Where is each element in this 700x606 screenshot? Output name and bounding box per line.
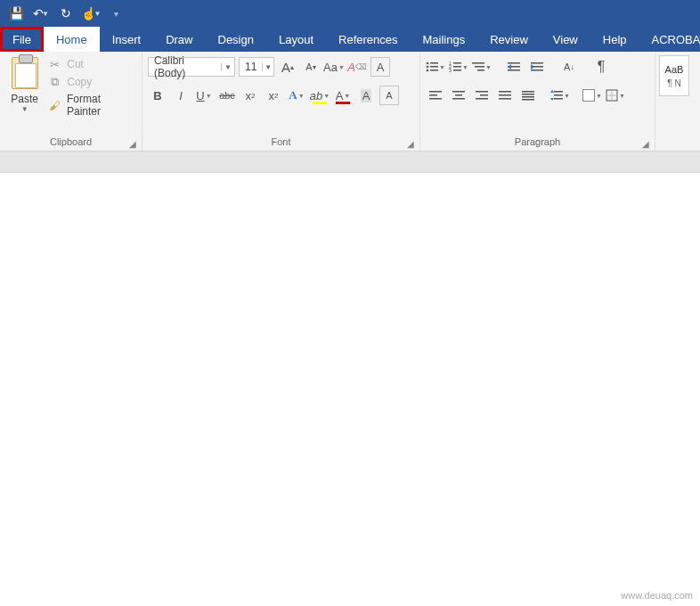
tab-view[interactable]: View: [541, 27, 590, 52]
font-color-button[interactable]: A▼: [333, 86, 353, 105]
clipboard-dialog-launcher[interactable]: ◢: [127, 138, 138, 149]
copy-button[interactable]: ⧉Copy: [47, 75, 136, 89]
decrease-indent-button[interactable]: [504, 57, 524, 77]
document-page[interactable]: [0, 173, 700, 606]
character-border-button[interactable]: A: [370, 57, 390, 77]
font-dialog-launcher[interactable]: ◢: [405, 138, 416, 149]
character-shading-button[interactable]: A: [356, 86, 376, 105]
align-right-button[interactable]: [472, 86, 492, 105]
line-spacing-button[interactable]: ▼: [550, 86, 570, 105]
bullets-button[interactable]: ▼: [426, 57, 445, 77]
style-name-text: ¶ N: [667, 78, 680, 88]
italic-button[interactable]: I: [171, 86, 191, 105]
shading-button[interactable]: ▼: [582, 86, 602, 105]
underline-button[interactable]: U▼: [194, 86, 214, 105]
highlight-button[interactable]: ab▼: [310, 86, 330, 105]
svg-rect-14: [477, 70, 484, 71]
font-size-combo[interactable]: 11▼: [239, 57, 274, 77]
svg-rect-35: [522, 91, 534, 93]
change-case-button[interactable]: Aa▼: [324, 57, 344, 77]
svg-point-2: [427, 66, 429, 69]
shrink-font-button[interactable]: A▾: [301, 57, 321, 77]
tab-home[interactable]: Home: [44, 27, 100, 52]
borders-button[interactable]: ▼: [606, 86, 625, 105]
copy-icon: ⧉: [47, 75, 61, 89]
svg-rect-19: [531, 62, 543, 64]
svg-rect-31: [476, 98, 488, 100]
touch-mode-button[interactable]: ☝▼: [80, 3, 102, 24]
svg-marker-42: [550, 90, 554, 93]
style-normal[interactable]: AaB ¶ N: [659, 55, 689, 96]
tab-draw[interactable]: Draw: [153, 27, 205, 52]
format-painter-button[interactable]: 🖌Format Painter: [47, 93, 136, 118]
svg-rect-39: [554, 91, 563, 93]
tab-acrobat[interactable]: ACROBAT: [639, 27, 700, 52]
svg-rect-15: [508, 62, 520, 64]
group-styles: AaB ¶ N: [655, 52, 700, 151]
paste-button[interactable]: Paste ▼: [5, 55, 44, 133]
align-center-button[interactable]: [449, 86, 468, 105]
svg-rect-21: [531, 70, 543, 71]
svg-rect-26: [452, 91, 465, 93]
group-label-paragraph: Paragraph: [515, 136, 560, 147]
svg-rect-3: [430, 66, 438, 68]
svg-rect-12: [472, 62, 484, 64]
svg-point-0: [427, 62, 429, 65]
paragraph-dialog-launcher[interactable]: ◢: [640, 138, 651, 149]
svg-rect-38: [522, 99, 534, 101]
undo-button[interactable]: ↶▼: [30, 3, 52, 24]
svg-rect-30: [480, 94, 488, 96]
paintbrush-icon: 🖌: [47, 98, 61, 112]
justify-button[interactable]: [495, 86, 515, 105]
svg-rect-9: [453, 66, 461, 68]
ribbon: Paste ▼ ✂Cut ⧉Copy 🖌Format Painter Clipb…: [0, 52, 700, 152]
svg-rect-37: [522, 96, 534, 98]
tab-references[interactable]: References: [326, 27, 410, 52]
bold-button[interactable]: B: [148, 86, 167, 105]
paste-icon: [12, 57, 38, 89]
numbering-button[interactable]: 123▼: [449, 57, 468, 77]
align-left-button[interactable]: [426, 86, 445, 105]
tab-design[interactable]: Design: [206, 27, 266, 52]
tab-insert[interactable]: Insert: [100, 27, 154, 52]
watermark-text: www.deuaq.com: [621, 590, 693, 601]
tab-review[interactable]: Review: [477, 27, 541, 52]
font-family-combo[interactable]: Calibri (Body)▼: [148, 57, 235, 77]
style-preview-text: AaB: [665, 64, 684, 75]
svg-rect-27: [455, 94, 462, 96]
show-paragraph-marks-button[interactable]: ¶: [591, 57, 611, 77]
svg-marker-22: [531, 64, 534, 70]
svg-marker-43: [550, 98, 554, 101]
strikethrough-button[interactable]: abc: [217, 86, 237, 105]
svg-text:3: 3: [449, 68, 452, 73]
subscript-button[interactable]: x2: [240, 86, 260, 105]
tab-mailings[interactable]: Mailings: [411, 27, 478, 52]
redo-button[interactable]: ↻: [55, 3, 77, 24]
qat-customize-button[interactable]: ▾: [105, 3, 126, 24]
tab-file[interactable]: File: [0, 27, 44, 52]
group-label-font: Font: [271, 136, 290, 147]
distributed-button[interactable]: [518, 86, 538, 105]
ruler-area: [0, 152, 700, 173]
grow-font-button[interactable]: A▴: [278, 57, 297, 77]
enclose-characters-button[interactable]: A: [379, 86, 399, 105]
multilevel-list-button[interactable]: ▼: [472, 57, 492, 77]
svg-rect-13: [475, 66, 484, 68]
sort-button[interactable]: A↓: [559, 57, 579, 77]
svg-point-4: [427, 70, 429, 72]
group-paragraph: ▼ 123▼ ▼ A↓ ¶: [420, 52, 655, 151]
svg-rect-24: [429, 94, 437, 96]
svg-rect-29: [476, 91, 488, 93]
text-effects-button[interactable]: A▼: [287, 86, 306, 105]
paste-dropdown-icon[interactable]: ▼: [21, 105, 28, 113]
scissors-icon: ✂: [47, 57, 61, 71]
tab-help[interactable]: Help: [590, 27, 639, 52]
clear-formatting-button[interactable]: A⌫: [347, 57, 367, 77]
superscript-button[interactable]: x2: [264, 86, 283, 105]
tab-layout[interactable]: Layout: [266, 27, 326, 52]
save-button[interactable]: 💾: [5, 3, 27, 24]
ribbon-tabstrip: File Home Insert Draw Design Layout Refe…: [0, 27, 700, 52]
cut-button[interactable]: ✂Cut: [47, 57, 136, 71]
svg-rect-32: [499, 91, 511, 93]
increase-indent-button[interactable]: [527, 57, 547, 77]
